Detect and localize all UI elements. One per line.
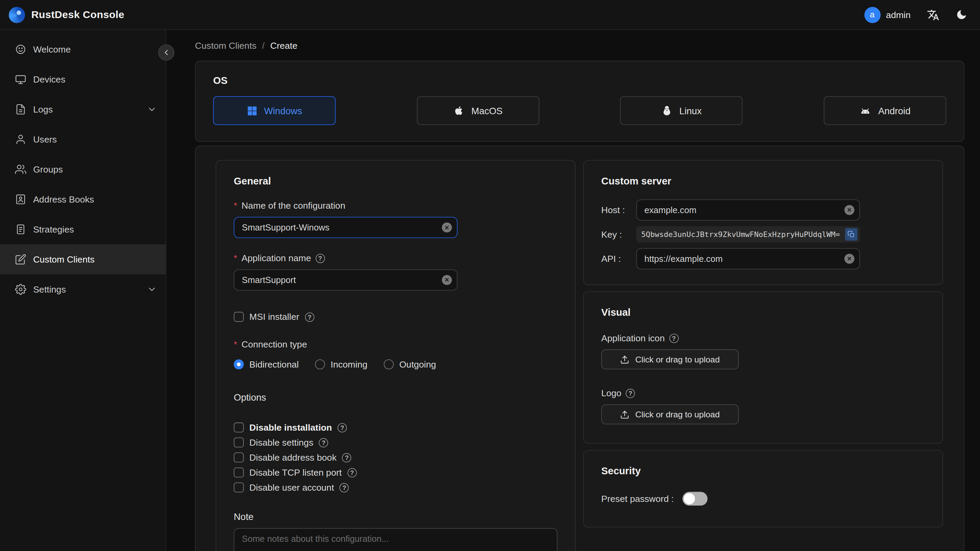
rustdesk-logo-icon [9,6,25,23]
address-book-icon [15,194,26,205]
help-icon[interactable]: ? [319,438,328,447]
os-card-title: OS [213,75,946,86]
sidebar-item-users[interactable]: Users [0,124,166,154]
key-label: Key : [601,229,636,239]
required-marker: * [234,339,237,349]
sidebar-collapse-button[interactable] [158,44,175,61]
os-button-linux[interactable]: Linux [620,96,743,125]
top-header: RustDesk Console a admin [0,0,980,30]
msi-installer-checkbox[interactable] [234,312,244,322]
os-button-android[interactable]: Android [824,96,946,125]
dark-mode-moon-icon[interactable] [956,9,968,21]
strategies-icon [15,224,26,235]
help-icon[interactable]: ? [669,333,678,343]
sidebar-item-strategies[interactable]: Strategies [0,215,166,244]
help-icon[interactable]: ? [337,423,347,432]
disable-tcp-listen-port-checkbox[interactable] [234,467,244,477]
sidebar-item-welcome[interactable]: Welcome [0,34,166,64]
breadcrumb-create: Create [270,41,298,51]
header-right: a admin [864,6,967,23]
user-name: admin [886,10,910,19]
help-icon[interactable]: ? [626,389,635,398]
general-section: General * Name of the configuration × * … [215,160,576,551]
os-button-group: Windows MacOS Linux [213,96,946,125]
host-row: Host : × [601,199,925,221]
sidebar-item-label: Welcome [33,44,71,54]
translate-icon[interactable] [927,8,939,21]
clear-icon[interactable]: × [844,254,854,264]
application-icon-upload-button[interactable]: Click or drag to upload [601,349,738,369]
help-icon[interactable]: ? [305,312,314,322]
security-section: Security Preset password : [583,450,943,527]
os-button-macos[interactable]: MacOS [417,96,539,125]
sidebar-item-settings[interactable]: Settings [0,274,166,304]
avatar[interactable]: a [864,6,880,23]
key-row: Key : 5Qbwsde3unUcJBtrx9ZkvUmwFNoExHzpry… [601,226,925,243]
clear-icon[interactable]: × [442,275,452,285]
note-textarea[interactable] [234,528,557,551]
radio-icon[interactable] [234,359,244,369]
clear-icon[interactable]: × [844,205,854,215]
radio-icon[interactable] [315,359,325,369]
logo-label: Logo ? [601,388,925,398]
security-title: Security [601,466,925,477]
radio-icon[interactable] [383,359,393,369]
options-checklist: Disable installation ? Disable settings … [234,422,557,492]
os-button-label: Windows [264,105,302,116]
radio-incoming[interactable]: Incoming [315,359,368,369]
option-disable-installation: Disable installation ? [234,422,557,432]
chevron-left-icon [162,48,171,57]
upload-icon [620,355,630,364]
config-name-input[interactable] [234,217,458,238]
disable-installation-checkbox[interactable] [234,422,244,432]
rustdesk-console-window: RustDesk Console a admin Welcome [0,0,980,551]
options-title: Options [234,392,557,402]
general-title: General [234,175,557,187]
preset-password-toggle[interactable] [682,492,708,506]
config-name-field: × [234,217,458,238]
windows-icon [247,105,257,116]
logo-upload-button[interactable]: Click or drag to upload [601,404,738,425]
sidebar: Welcome Devices Logs [0,30,166,551]
help-icon[interactable]: ? [315,253,325,263]
sidebar-item-label: Devices [33,74,65,84]
disable-settings-checkbox[interactable] [234,438,244,447]
apple-icon [453,105,465,116]
application-name-input[interactable] [234,269,458,290]
chevron-down-icon [147,284,157,294]
help-icon[interactable]: ? [340,483,349,492]
disable-address-book-checkbox[interactable] [234,452,244,462]
help-icon[interactable]: ? [342,453,351,462]
sidebar-item-address-books[interactable]: Address Books [0,185,166,215]
host-label: Host : [601,205,636,215]
help-icon[interactable]: ? [347,468,357,477]
copy-icon [847,231,855,238]
radio-bidirectional[interactable]: Bidirectional [234,359,299,369]
os-button-label: MacOS [471,105,503,116]
sidebar-item-label: Custom Clients [33,254,94,264]
radio-outgoing[interactable]: Outgoing [383,359,436,369]
sidebar-item-devices[interactable]: Devices [0,64,166,94]
os-button-label: Linux [679,105,702,116]
breadcrumb-custom-clients[interactable]: Custom Clients [195,41,256,51]
clear-icon[interactable]: × [442,223,452,233]
visual-title: Visual [601,307,925,318]
user-menu[interactable]: a admin [864,6,911,23]
host-input[interactable] [636,199,860,221]
sidebar-item-label: Logs [33,104,53,114]
required-marker: * [234,201,237,210]
api-row: API : × [601,248,925,269]
os-button-label: Android [878,105,910,116]
disable-user-account-checkbox[interactable] [234,483,244,492]
sidebar-item-groups[interactable]: Groups [0,154,166,185]
chevron-down-icon [147,104,157,114]
create-form-card: General * Name of the configuration × * … [195,146,964,551]
users-icon [15,134,26,145]
os-button-windows[interactable]: Windows [213,96,336,125]
api-input[interactable] [636,248,860,269]
sidebar-item-custom-clients[interactable]: Custom Clients [0,244,166,274]
api-field: × [636,248,860,269]
copy-key-button[interactable] [845,228,858,241]
upload-icon [620,409,630,419]
sidebar-item-logs[interactable]: Logs [0,94,166,124]
